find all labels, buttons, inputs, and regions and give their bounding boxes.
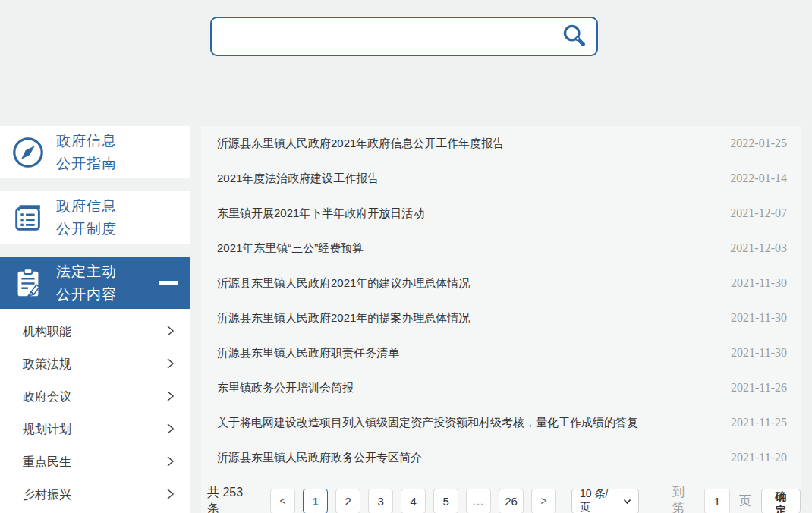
goto-page-group: 到第 页 确定 [672,485,801,513]
submenu-item-label: 乡村振兴 [23,487,71,503]
article-date: 2021-11-25 [731,416,787,430]
article-row[interactable]: 沂源县东里镇人民政府2021年的提案办理总体情况 2021-11-30 [201,301,801,335]
article-date: 2021-12-03 [730,241,787,255]
page-number-buttons: 1 2 3 4 5 ... 26 [303,489,531,513]
compass-icon [0,135,56,170]
chevron-right-icon [166,455,175,471]
article-date: 2021-11-30 [731,276,787,290]
article-title[interactable]: 2021年东里镇“三公”经费预算 [217,241,364,256]
article-date: 2021-11-26 [731,381,787,395]
pagination: 共 253 条 < 1 2 3 4 5 ... 26 > 10 条/页 [201,485,801,513]
article-row[interactable]: 2021年东里镇“三公”经费预算 2021-12-03 [201,231,801,266]
submenu-item[interactable]: 政策法规 [0,348,190,381]
article-list-panel: 沂源县东里镇人民政府2021年政府信息公开工作年度报告 2022-01-25 2… [201,126,801,513]
article-date: 2021-11-30 [731,311,787,325]
goto-page-input[interactable] [704,489,730,513]
article-title[interactable]: 东里镇开展2021年下半年政府开放日活动 [217,206,424,221]
article-title[interactable]: 沂源县东里镇人民政府2021年的建议办理总体情况 [217,276,470,291]
sidebar: 政府信息 公开指南 政府信息 公开制度 [0,126,190,513]
submenu-item-label: 机构职能 [23,324,71,340]
article-row[interactable]: 沂源县东里镇人民政府政务公开专区简介 2021-11-20 [201,440,801,475]
article-list: 沂源县东里镇人民政府2021年政府信息公开工作年度报告 2022-01-25 2… [201,126,801,475]
chevron-right-icon [166,325,175,340]
article-date: 2021-12-07 [730,206,787,220]
article-title[interactable]: 沂源县东里镇人民政府2021年的提案办理总体情况 [217,311,470,326]
goto-prefix-label: 到第 [672,485,695,513]
sidebar-item-label: 政府信息 公开制度 [56,195,117,241]
article-row[interactable]: 关于将电网建设改造项目列入镇级固定资产投资额和村级考核，量化工作成绩的答复 20… [201,405,801,440]
chevron-right-icon [166,423,175,438]
submenu-item-label: 政府会议 [23,389,71,405]
page-number-button[interactable]: 5 [433,489,458,513]
sidebar-submenu: 机构职能 政策法规 政府会议 [0,309,190,513]
search-button[interactable] [559,21,589,52]
chevron-right-icon [166,357,175,373]
submenu-item-label: 政策法规 [23,357,71,373]
article-row[interactable]: 2021年度法治政府建设工作报告 2022-01-14 [201,161,801,196]
submenu-item-label: 重点民生 [23,455,71,471]
sidebar-item-disclosure-rules[interactable]: 政府信息 公开制度 [0,191,190,244]
prev-page-button[interactable]: < [270,489,295,513]
article-row[interactable]: 东里镇政务公开培训会简报 2021-11-26 [201,370,801,405]
goto-suffix-label: 页 [739,493,751,509]
page-number-button[interactable]: 26 [499,489,524,513]
search-input[interactable] [222,21,559,52]
chevron-down-icon [623,495,631,507]
submenu-item[interactable]: 规划计划 [0,414,190,446]
article-title[interactable]: 沂源县东里镇人民政府2021年政府信息公开工作年度报告 [217,137,504,151]
article-row[interactable]: 沂源县东里镇人民政府2021年的建议办理总体情况 2021-11-30 [201,266,801,301]
submenu-item-label: 规划计划 [23,422,71,438]
article-row[interactable]: 东里镇开展2021年下半年政府开放日活动 2021-12-07 [201,196,801,231]
sidebar-item-label: 法定主动 公开内容 [56,260,117,306]
article-date: 2022-01-14 [730,172,787,185]
submenu-item[interactable]: 乡村振兴 [0,479,190,511]
sidebar-item-label: 政府信息 公开指南 [56,130,117,175]
page-number-button[interactable]: 2 [335,489,360,513]
submenu-item[interactable]: 重点民生 [0,446,190,479]
collapse-minus-icon[interactable] [159,281,178,285]
submenu-item[interactable]: 政府会议 [0,381,190,414]
page-number-button[interactable]: ... [466,489,491,513]
article-title[interactable]: 东里镇政务公开培训会简报 [217,381,354,395]
article-title[interactable]: 沂源县东里镇人民政府政务公开专区简介 [217,451,422,465]
chevron-right-icon [166,488,175,503]
article-row[interactable]: 沂源县东里镇人民政府职责任务清单 2021-11-30 [201,335,801,370]
page-size-value: 10 条/页 [580,487,618,513]
total-count-label: 共 253 条 [207,485,257,513]
sidebar-item-disclosure-guide[interactable]: 政府信息 公开指南 [0,126,190,178]
page-size-select[interactable]: 10 条/页 [571,489,639,513]
article-date: 2022-01-25 [730,137,787,150]
sidebar-item-statutory-disclosure[interactable]: 法定主动 公开内容 [0,256,190,309]
article-row[interactable]: 沂源县东里镇人民政府2021年政府信息公开工作年度报告 2022-01-25 [201,126,801,161]
page-number-button[interactable]: 3 [368,489,393,513]
search-icon [560,22,587,52]
article-title[interactable]: 关于将电网建设改造项目列入镇级固定资产投资额和村级考核，量化工作成绩的答复 [217,416,638,430]
next-page-button[interactable]: > [531,489,556,513]
article-date: 2021-11-30 [731,346,787,360]
submenu-item[interactable]: 机构职能 [0,316,190,348]
article-title[interactable]: 2021年度法治政府建设工作报告 [217,172,379,186]
search-bar [210,17,598,56]
rules-book-icon [0,200,56,235]
chevron-right-icon [166,390,175,405]
article-title[interactable]: 沂源县东里镇人民政府职责任务清单 [217,346,399,360]
page-number-button[interactable]: 1 [303,489,328,513]
goto-confirm-button[interactable]: 确定 [761,489,801,513]
page-number-button[interactable]: 4 [401,489,426,513]
article-date: 2021-11-20 [731,451,787,464]
clipboard-edit-icon [0,266,56,301]
